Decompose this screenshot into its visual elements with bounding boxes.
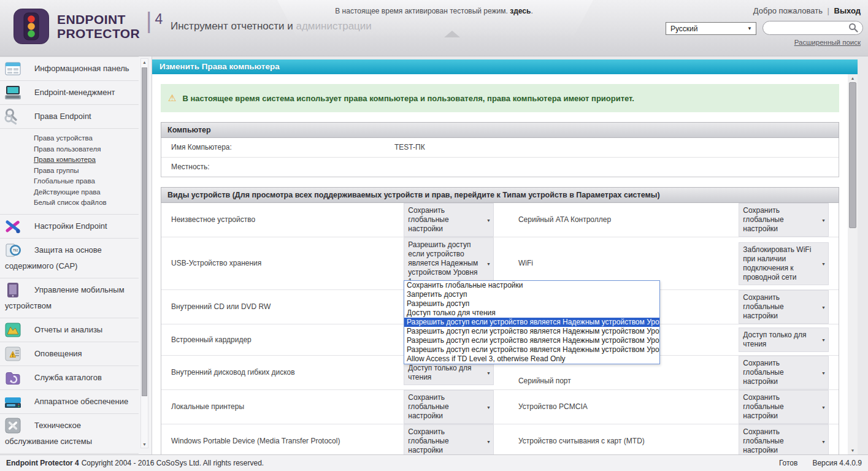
device-label: USB-Устройство хранения bbox=[171, 259, 404, 268]
sidebar-item[interactable]: Оповещения bbox=[0, 342, 139, 366]
sidebar-item-label: Отчеты и анализы bbox=[5, 322, 134, 338]
footer-version: Версия 4.4.0.9 bbox=[812, 459, 862, 467]
sidebar: Информационная панель Endpoint-менеджмен… bbox=[0, 56, 152, 454]
endpoint-rights-keys-icon bbox=[4, 107, 22, 126]
device-label: Серийный порт bbox=[506, 377, 739, 389]
test-mode-link[interactable]: здесь bbox=[510, 7, 531, 15]
footer-status: Готов bbox=[779, 459, 798, 467]
sidebar-item[interactable]: Служба каталогов bbox=[0, 366, 139, 390]
sidebar-item-label: Информационная панель bbox=[5, 61, 134, 77]
device-permission-select[interactable]: Сохранить глобальные настройки bbox=[404, 390, 494, 424]
device-permission-select[interactable]: Сохранить глобальные настройки bbox=[739, 356, 829, 389]
test-mode-text: В настоящее время активирован тестовый р… bbox=[335, 7, 508, 15]
sidebar-item[interactable]: 792 Защита на основе содержимого (CAP) bbox=[0, 239, 139, 278]
sidebar-item[interactable]: Информационная панель bbox=[0, 57, 139, 81]
device-label: WiFi bbox=[506, 259, 739, 268]
sidebar-item-label: Аппаратное обеспечение bbox=[5, 394, 134, 410]
sidebar-submenu-item[interactable]: Белый список файлов bbox=[34, 197, 139, 209]
device-label: Устройство считывания с карт (MTD) bbox=[506, 437, 739, 446]
sidebar-item-label: Оповещения bbox=[5, 346, 134, 362]
dropdown-option[interactable]: Доступ только для чтения bbox=[404, 308, 659, 318]
device-label: Серийный ATA Контроллер bbox=[506, 215, 739, 224]
scroll-down-icon[interactable]: ▼ bbox=[848, 448, 858, 453]
appliance-icon bbox=[4, 392, 22, 411]
sidebar-item-label: Управление мобильным устройством bbox=[5, 282, 134, 314]
test-mode-banner: В настоящее время активирован тестовый р… bbox=[0, 7, 868, 15]
content-scrollbar-thumb[interactable] bbox=[849, 82, 856, 228]
sidebar-item-label: Служба каталогов bbox=[5, 370, 134, 386]
computer-info-row: Местность: bbox=[161, 158, 839, 177]
sidebar-item[interactable]: Конфигурация системы bbox=[0, 454, 139, 455]
sidebar-submenu-item[interactable]: Права компьютера bbox=[34, 155, 139, 166]
sidebar-item[interactable]: Настройки Endpoint bbox=[0, 215, 139, 239]
sidebar-submenu-item[interactable]: Права группы bbox=[34, 166, 139, 177]
welcome-text: Добро пожаловать bbox=[753, 6, 823, 15]
scroll-up-icon[interactable]: ▲ bbox=[848, 76, 858, 80]
sidebar-item-label: Endpoint-менеджмент bbox=[5, 85, 134, 101]
sidebar-menu: Информационная панель Endpoint-менеджмен… bbox=[0, 56, 139, 454]
sidebar-item[interactable]: Endpoint-менеджмент bbox=[0, 81, 139, 105]
device-permission-select[interactable]: Сохранить глобальные настройки bbox=[404, 203, 494, 237]
scroll-up-icon[interactable]: ▲ bbox=[141, 60, 148, 64]
device-label: Windows Portable Device (Media Transfer … bbox=[171, 437, 404, 446]
dropdown-option[interactable]: Allow Access if TD Level 3, otherwise Re… bbox=[404, 354, 659, 364]
device-types-section-header: Виды устройств (Для просмотра всех подде… bbox=[161, 187, 839, 203]
svg-text:792: 792 bbox=[13, 248, 18, 252]
device-permission-select[interactable]: Сохранить глобальные настройки bbox=[404, 424, 494, 454]
dropdown-option[interactable]: Разрешить доступ если устройство являетс… bbox=[404, 318, 659, 327]
alerts-icon bbox=[4, 345, 22, 363]
device-row: Неизвестное устройство Сохранить глобаль… bbox=[161, 203, 839, 237]
sidebar-item[interactable]: Права Endpoint bbox=[0, 105, 139, 129]
sidebar-submenu-item[interactable]: Глобальные права bbox=[34, 176, 139, 187]
sidebar-submenu: Права устройства Права пользователя Прав… bbox=[0, 129, 139, 215]
language-select[interactable]: Русский ▼ bbox=[666, 22, 756, 35]
dropdown-option[interactable]: Разрешить доступ если устройство являетс… bbox=[404, 327, 659, 336]
footer-product: Endpoint Protector 4 bbox=[6, 459, 79, 467]
device-permission-select[interactable]: Сохранить глобальные настройки bbox=[739, 203, 829, 237]
top-header: ENDPOINT PROTECTOR | 4 В настоящее время… bbox=[0, 0, 868, 56]
device-permission-select[interactable]: Сохранить глобальные настройки bbox=[739, 290, 829, 324]
search-area bbox=[762, 21, 863, 35]
logout-link[interactable]: Выход bbox=[834, 6, 861, 15]
device-row: Windows Portable Device (Media Transfer … bbox=[161, 424, 839, 454]
dropdown-option[interactable]: Сохранить глобальные настройки bbox=[404, 281, 659, 290]
warning-icon: ⚠ bbox=[168, 93, 176, 103]
device-label: Локальные принтеры bbox=[171, 402, 404, 412]
search-icon[interactable] bbox=[848, 23, 858, 35]
sidebar-submenu-item[interactable]: Права устройства bbox=[34, 133, 139, 144]
computer-section: Компьютер Имя Компьютера: TEST-ПК Местно… bbox=[161, 122, 839, 177]
middle-region: Информационная панель Endpoint-менеджмен… bbox=[0, 56, 868, 454]
field-value: TEST-ПК bbox=[394, 143, 425, 152]
device-row: Локальные принтеры Сохранить глобальные … bbox=[161, 390, 839, 424]
sidebar-submenu-item[interactable]: Действующие права bbox=[34, 187, 139, 198]
dropdown-option[interactable]: Разрешить доступ bbox=[404, 299, 659, 308]
device-label: Устройство PCMCIA bbox=[506, 402, 739, 412]
sidebar-scrollbar-thumb[interactable] bbox=[142, 67, 147, 396]
directory-services-icon bbox=[4, 369, 22, 387]
sidebar-item[interactable]: Управление мобильным устройством bbox=[0, 278, 139, 318]
dropdown-option[interactable]: Разрешить доступ если устройство являетс… bbox=[404, 336, 659, 345]
header-tab-notch bbox=[444, 31, 460, 37]
device-permission-select[interactable]: Заблокировать WiFi при наличии подключен… bbox=[739, 242, 829, 285]
reports-analysis-icon bbox=[4, 321, 22, 339]
sidebar-scrollbar[interactable]: ▲ ▼ bbox=[140, 58, 148, 448]
status-bar: Endpoint Protector 4Copyright 2004 - 201… bbox=[0, 454, 868, 471]
sidebar-item[interactable]: Отчеты и анализы bbox=[0, 318, 139, 342]
scroll-down-icon[interactable]: ▼ bbox=[141, 442, 148, 446]
device-permission-select[interactable]: Доступ только для чтения bbox=[739, 327, 829, 352]
brand-name: ENDPOINT PROTECTOR bbox=[57, 12, 140, 40]
device-permission-select[interactable]: Сохранить глобальные настройки bbox=[739, 424, 829, 454]
sidebar-item-label: Защита на основе содержимого (CAP) bbox=[5, 242, 134, 274]
field-label: Имя Компьютера: bbox=[171, 143, 394, 152]
device-permission-select[interactable]: Сохранить глобальные настройки bbox=[739, 390, 829, 424]
dashboard-icon bbox=[4, 59, 22, 78]
warning-banner: ⚠В настоящее время система использует пр… bbox=[161, 84, 839, 112]
sidebar-item[interactable]: Техническое обслуживание системы bbox=[0, 414, 139, 454]
sidebar-submenu-item[interactable]: Права пользователя bbox=[34, 144, 139, 155]
advanced-search-link[interactable]: Расширенный поиск bbox=[794, 39, 861, 46]
dropdown-option[interactable]: Разрешить доступ если устройство являетс… bbox=[404, 345, 659, 354]
content-scrollbar[interactable]: ▲ ▼ bbox=[848, 74, 858, 454]
device-label: Внутренний дисковод гибких дисков bbox=[171, 368, 404, 377]
dropdown-option[interactable]: Запретить доступ bbox=[404, 290, 659, 299]
sidebar-item[interactable]: Аппаратное обеспечение bbox=[0, 390, 139, 414]
